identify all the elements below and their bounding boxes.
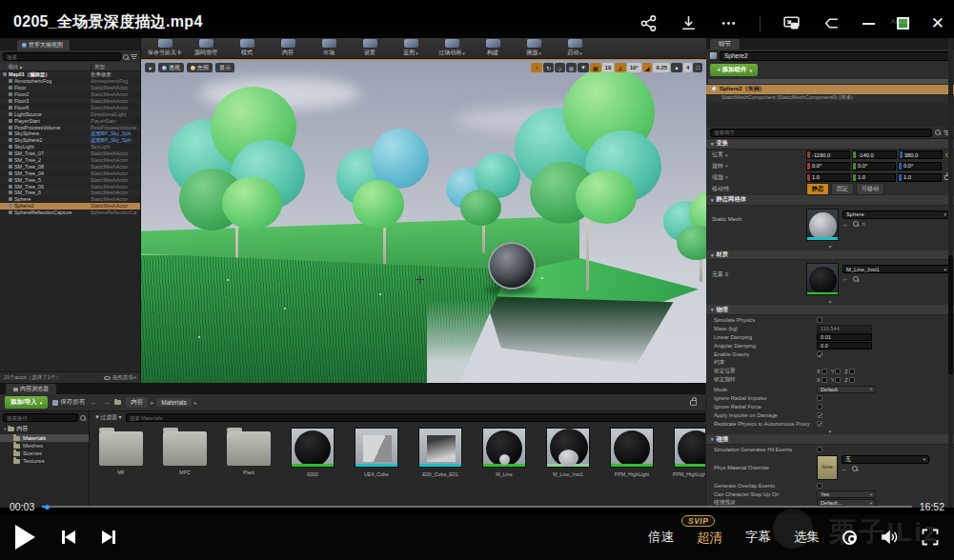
static-mesh-dropdown[interactable]: Sphere▾ bbox=[842, 210, 950, 219]
share-icon[interactable] bbox=[639, 14, 658, 32]
folder-tree-item[interactable]: Materials bbox=[0, 434, 89, 442]
folder-tile[interactable]: MPC bbox=[161, 428, 209, 475]
filter-icon[interactable] bbox=[131, 54, 137, 60]
add-import-button[interactable]: 添加/导入▾ bbox=[5, 396, 48, 409]
value-field[interactable]: 0.01 bbox=[817, 333, 872, 341]
outliner-row[interactable]: Floor3 StaticMeshActor bbox=[0, 98, 140, 105]
outliner-row[interactable]: SM_Tree_2 StaticMeshActor bbox=[0, 157, 140, 164]
filters-button[interactable]: ▼过滤器 ▾ bbox=[94, 413, 122, 422]
outliner-row[interactable]: AtmosphericFog AtmosphericFog bbox=[0, 78, 140, 85]
checkbox[interactable] bbox=[835, 377, 841, 383]
scale-y-field[interactable]: 1.0 bbox=[852, 173, 896, 182]
outliner-row[interactable]: SM_Tree_07 StaticMeshActor bbox=[0, 150, 140, 157]
asset-search-input[interactable] bbox=[126, 413, 705, 422]
outliner-row[interactable]: SM_Tree_06 StaticMeshActor bbox=[0, 183, 140, 190]
volume-icon[interactable] bbox=[880, 528, 899, 547]
outliner-row[interactable]: PlayerStart PlayerStart bbox=[0, 117, 140, 124]
checkbox[interactable] bbox=[817, 483, 822, 489]
checkbox[interactable] bbox=[817, 395, 822, 401]
outliner-row[interactable]: SkySphere 蓝图BP_Sky_Sph bbox=[0, 130, 140, 137]
rotation-y-field[interactable]: 0.0° bbox=[852, 162, 896, 170]
viewport-tool-chip[interactable]: 0.25 bbox=[653, 63, 670, 72]
folder-tree-item[interactable]: Meshes bbox=[0, 442, 89, 450]
browse-icon[interactable] bbox=[852, 466, 858, 471]
dropdown[interactable]: Yes▾ bbox=[817, 490, 876, 498]
next-button[interactable] bbox=[102, 530, 115, 544]
outliner-row[interactable]: Map01（编辑器） 世界场景 bbox=[0, 71, 140, 78]
section-collision[interactable]: ▾碰撞 bbox=[706, 434, 954, 445]
toolbar-button[interactable]: 构建 bbox=[473, 38, 513, 58]
component-splitter[interactable] bbox=[708, 79, 952, 84]
save-all-button[interactable]: 保存所有 bbox=[52, 398, 85, 407]
use-selected-icon[interactable]: ← bbox=[842, 275, 849, 282]
checkbox[interactable] bbox=[817, 447, 822, 452]
toolbar-button[interactable]: 播放▾ bbox=[514, 38, 554, 58]
actor-name-field[interactable] bbox=[720, 51, 950, 61]
asset-tile[interactable]: UE4_Cube bbox=[353, 428, 400, 477]
record-icon[interactable] bbox=[842, 530, 857, 545]
viewport-tool-chip[interactable]: ◍ bbox=[566, 63, 577, 72]
viewport-tool-chip[interactable]: □ bbox=[693, 63, 702, 72]
use-selected-icon[interactable]: ← bbox=[842, 221, 849, 228]
viewport-tool-chip[interactable]: ◢ bbox=[642, 63, 653, 72]
mobility-button[interactable]: 静态 bbox=[806, 183, 829, 195]
viewport-tool-chip[interactable]: ▼ bbox=[578, 63, 589, 72]
browse-icon[interactable] bbox=[853, 276, 859, 282]
asset-tile[interactable]: PPM_HighLight bbox=[608, 428, 656, 477]
outliner-row[interactable]: Sphere2 StaticMeshActor bbox=[0, 203, 140, 210]
view-mode-selector[interactable]: 光照 bbox=[187, 63, 213, 72]
minimize-icon[interactable] bbox=[863, 23, 875, 25]
asset-tile[interactable]: 0000 bbox=[289, 428, 336, 477]
folder-tree-item[interactable]: Scenes bbox=[0, 450, 89, 457]
asset-thumbnail[interactable]: None bbox=[817, 455, 838, 480]
pin-icon[interactable] bbox=[822, 14, 841, 32]
outliner-row[interactable]: SM_Tree_5 StaticMeshActor bbox=[0, 176, 140, 183]
outliner-row[interactable]: SM_Tree_6 StaticMeshActor bbox=[0, 190, 140, 196]
location-y-field[interactable]: -140.0 bbox=[852, 150, 896, 159]
dropdown[interactable]: 无▾ bbox=[842, 455, 929, 464]
scale-x-field[interactable]: 1.0 bbox=[806, 173, 850, 182]
breadcrumb-current[interactable]: Materials bbox=[156, 398, 191, 407]
subtitles-button[interactable]: 字幕 bbox=[745, 529, 771, 546]
outliner-row[interactable]: Floor2 StaticMeshActor bbox=[0, 91, 140, 98]
viewport-tool-chip[interactable]: 10° bbox=[627, 63, 641, 72]
path-search-input[interactable] bbox=[3, 413, 78, 422]
outliner-search-input[interactable] bbox=[3, 52, 121, 61]
folder-tile[interactable]: Plant bbox=[225, 428, 273, 475]
checkbox[interactable] bbox=[849, 369, 855, 374]
viewport-tool-chip[interactable]: ↻ bbox=[543, 63, 554, 72]
checkbox[interactable] bbox=[817, 421, 822, 427]
value-field[interactable]: 0.0 bbox=[817, 342, 872, 350]
forward-arrow-button[interactable]: → bbox=[102, 399, 110, 407]
rotation-z-field[interactable]: 0.0° bbox=[898, 162, 942, 170]
component-row-inherited[interactable]: StaticMeshComponent (StaticMeshComponent… bbox=[706, 94, 954, 103]
toolbar-button[interactable]: 保存当前关卡 bbox=[145, 38, 185, 58]
asset-tile[interactable]: PPM_HighLight_Inst bbox=[672, 428, 705, 477]
menu-icon[interactable]: ≡ bbox=[863, 221, 865, 227]
location-x-field[interactable]: -1190.0 bbox=[806, 150, 850, 159]
section-materials[interactable]: ▾材质 bbox=[706, 250, 954, 261]
fullscreen-icon[interactable] bbox=[922, 529, 939, 546]
checkbox[interactable] bbox=[817, 351, 822, 357]
show-flags-button[interactable]: 显示 bbox=[215, 63, 234, 72]
tab-content-browser[interactable]: 内容浏览器 bbox=[6, 384, 56, 394]
more-icon[interactable] bbox=[720, 14, 738, 32]
rotation-x-field[interactable]: 0.0° bbox=[806, 162, 850, 170]
checkbox[interactable] bbox=[817, 412, 822, 418]
mini-window-icon[interactable] bbox=[782, 14, 801, 32]
folder-tile[interactable]: MF bbox=[97, 428, 145, 475]
toolbar-button[interactable]: 过场动画▾ bbox=[432, 38, 472, 58]
outliner-row[interactable]: SM_Tree_04 StaticMeshActor bbox=[0, 170, 140, 176]
outliner-row[interactable]: SphereReflectionCapture SphereReflection… bbox=[0, 210, 140, 216]
expander-arrow[interactable]: ▼ bbox=[706, 244, 954, 250]
toolbar-button[interactable]: 设置 bbox=[350, 38, 390, 58]
expander-arrow[interactable]: ▼ bbox=[706, 298, 954, 305]
progress-handle[interactable] bbox=[45, 505, 50, 510]
download-icon[interactable] bbox=[680, 14, 698, 32]
viewport-tool-chip[interactable]: 10 bbox=[602, 63, 615, 72]
outliner-row[interactable]: LightSource DirectionalLight bbox=[0, 110, 140, 117]
tab-world-outliner[interactable]: 世界大纲视图 bbox=[17, 40, 70, 50]
value-field[interactable]: 110.544 bbox=[817, 325, 872, 332]
episodes-button[interactable]: 选集 bbox=[794, 529, 820, 546]
viewport-tool-chip[interactable]: ▲ bbox=[671, 63, 682, 72]
